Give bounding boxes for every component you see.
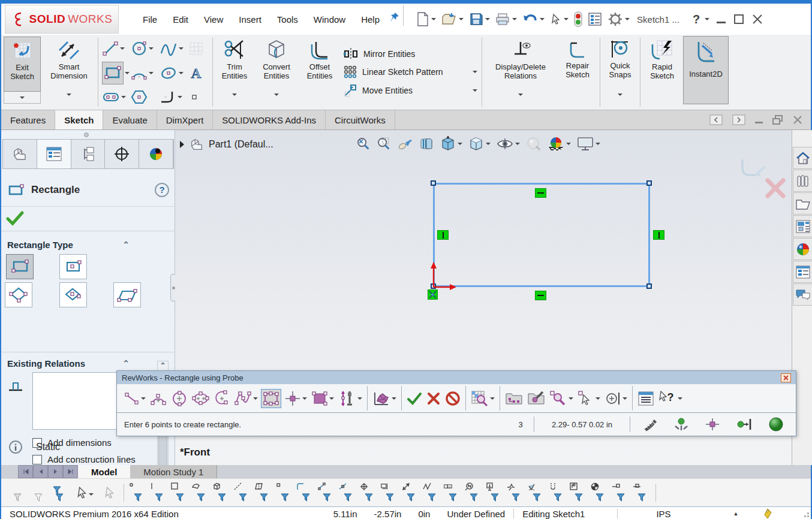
sketch-vertex-top-left[interactable] (431, 180, 436, 186)
coincident-relation-badge-origin[interactable] (428, 289, 438, 300)
filter-planes-button[interactable] (255, 482, 273, 503)
move-entities-button[interactable]: Move Entities (343, 83, 477, 98)
previous-tab-button[interactable] (33, 465, 48, 478)
filter-sketch-points-button[interactable] (276, 482, 294, 503)
tab-sketch[interactable]: Sketch (55, 110, 103, 129)
revworks-dialog[interactable]: RevWorks - Rectangle using Probe (116, 370, 796, 436)
probe-plane-tool[interactable] (310, 390, 335, 408)
undo-dropdown[interactable] (540, 18, 545, 20)
sketch-line-bottom[interactable] (433, 285, 649, 287)
display-delete-relations-button[interactable]: Display/DeleteRelations (485, 37, 556, 92)
probe-ellipse-tool[interactable] (191, 390, 211, 408)
apply-scene-dropdown[interactable] (566, 143, 571, 145)
menu-edit[interactable]: Edit (166, 11, 196, 28)
scroll-up-icon[interactable]: ⌃ (160, 361, 166, 370)
stop-button[interactable] (444, 390, 462, 408)
clear-all-filters-button[interactable] (50, 482, 68, 503)
motion-study-tab[interactable]: Motion Study 1 (130, 465, 217, 478)
context-help-button[interactable]: ? (657, 389, 684, 408)
probe-rectangle-tool[interactable] (261, 389, 281, 408)
select-point-tool[interactable] (576, 389, 602, 408)
pin-menu-icon[interactable] (388, 11, 401, 25)
convert-entities-button[interactable]: ConvertEntities (255, 37, 297, 92)
inspect-point-tool[interactable] (548, 389, 575, 408)
select-other-button[interactable] (101, 482, 119, 503)
tab-circuitworks[interactable]: CircuitWorks (326, 110, 395, 129)
edit-appearance-button[interactable] (525, 135, 543, 153)
zoom-to-area-button[interactable] (375, 135, 392, 152)
undo-button[interactable] (520, 10, 547, 28)
collapse-chevron-icon[interactable]: ⌃ (122, 358, 130, 368)
menu-help[interactable]: Help (354, 11, 387, 28)
filter-surface-finish-button[interactable] (423, 482, 441, 503)
view-settings-button[interactable] (576, 135, 602, 152)
corner-rectangle-type-button[interactable] (6, 254, 34, 279)
doc-minimize-button[interactable] (755, 122, 763, 123)
instant2d-button[interactable]: Instant2D (683, 36, 729, 104)
part-name-label[interactable]: Part1 (Defaul... (209, 139, 273, 150)
filter-faces-button[interactable] (171, 482, 189, 503)
probe-arc-center-tool[interactable] (213, 389, 231, 408)
spline-tool[interactable] (160, 40, 187, 57)
new-document-button[interactable] (414, 10, 438, 29)
tab-solidworks-addins[interactable]: SOLIDWORKS Add-Ins (213, 110, 326, 129)
exit-sketch-button[interactable]: ExitSketch (4, 37, 41, 92)
three-point-center-rectangle-type-button[interactable] (59, 282, 87, 307)
tab-evaluate[interactable]: Evaluate (103, 110, 157, 129)
display-style-dropdown[interactable] (486, 143, 491, 145)
filter-geometric-tolerances-button[interactable] (444, 482, 462, 503)
display-style-button[interactable] (467, 135, 492, 153)
previous-view-button[interactable] (396, 135, 414, 152)
revworks-close-button[interactable] (781, 373, 791, 382)
point-tool[interactable] (188, 91, 209, 103)
solidworks-forum-button[interactable] (793, 283, 812, 306)
probe-line-tool[interactable] (123, 390, 147, 408)
view-orientation-button[interactable] (439, 135, 464, 153)
probe-device-icon[interactable] (642, 417, 658, 432)
ok-checkmark-button[interactable] (6, 210, 24, 226)
options-dropdown[interactable] (625, 18, 630, 20)
vertical-relation-badge-right[interactable] (653, 230, 664, 240)
confirmation-corner-cancel[interactable] (764, 177, 787, 200)
filter-routing-points-button[interactable] (633, 482, 651, 503)
quick-snaps-button[interactable]: QuickSnaps (603, 37, 637, 92)
close-button[interactable] (752, 14, 763, 25)
edit-points-folder-tool[interactable] (526, 390, 546, 408)
filter-annotations-button[interactable] (402, 482, 420, 503)
tab-features[interactable]: Features (1, 110, 55, 129)
filter-dimensions-button[interactable] (381, 482, 399, 503)
last-tab-button[interactable] (63, 465, 78, 478)
sketch-fillet-tool[interactable] (160, 90, 187, 104)
flyout-expand-icon[interactable] (179, 140, 185, 149)
accept-button[interactable] (405, 390, 423, 407)
offset-entities-button[interactable]: OffsetEntities (300, 37, 339, 104)
tab-dimxpertmanager[interactable] (105, 140, 139, 168)
file-explorer-button[interactable] (793, 215, 812, 237)
new-dropdown[interactable] (431, 18, 436, 20)
sketch-line-right[interactable] (648, 183, 650, 287)
pane-right-icon[interactable] (732, 114, 745, 125)
rectangle-type-header[interactable]: Rectangle Type⌃ (1, 237, 156, 252)
zoom-to-fit-button[interactable] (355, 135, 372, 152)
apply-scene-button[interactable] (546, 135, 572, 153)
rapid-sketch-button[interactable]: RapidSketch (643, 37, 681, 104)
polygon-tool[interactable] (131, 89, 158, 105)
target-circle-tool[interactable] (603, 389, 628, 408)
filter-weld-symbols-button[interactable] (507, 482, 525, 503)
tab-displaymanager[interactable] (139, 140, 173, 168)
horizontal-relation-badge-top[interactable] (535, 188, 546, 198)
arc-tool[interactable] (131, 66, 158, 80)
smart-dimension-dropdown[interactable] (67, 93, 71, 96)
text-tool[interactable]: A (188, 65, 209, 82)
doc-close-button[interactable] (793, 115, 802, 125)
probe-circle-tool[interactable] (170, 389, 189, 408)
linear-pattern-dropdown[interactable] (473, 71, 477, 73)
interference-detection-icon[interactable] (572, 10, 585, 29)
filter-balloons-button[interactable] (486, 482, 504, 503)
rectangle-dropdown[interactable] (125, 72, 130, 74)
next-tab-button[interactable] (48, 465, 63, 478)
collapse-chevron-icon[interactable]: ⌃ (122, 240, 130, 249)
design-library-button[interactable] (793, 192, 812, 215)
probe-spline-tool[interactable] (233, 389, 259, 408)
filter-inverse-button[interactable] (29, 482, 47, 503)
